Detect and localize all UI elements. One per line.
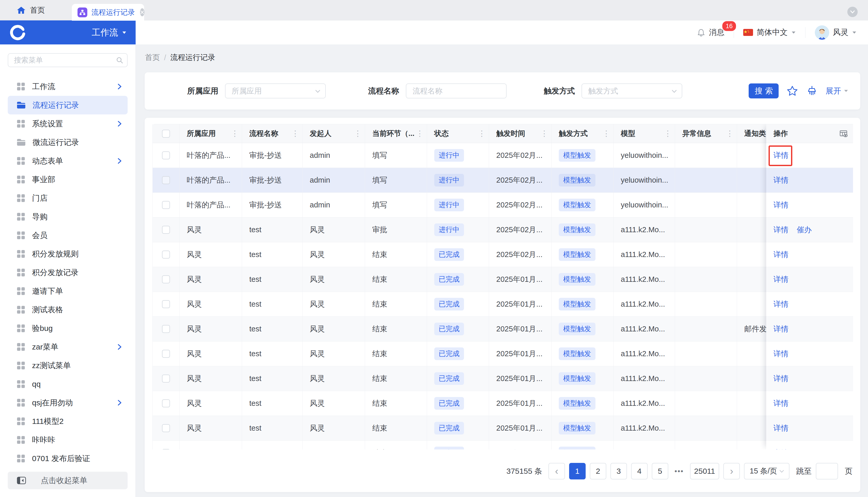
search-button[interactable]: 搜索 xyxy=(749,83,779,98)
column-menu-icon[interactable]: ⋮ xyxy=(540,130,548,138)
collapse-menu-button[interactable]: 点击收起菜单 xyxy=(8,472,128,489)
page-size-select[interactable]: 15 条/页 xyxy=(744,463,789,480)
sidebar-item[interactable]: 会员 xyxy=(8,226,128,245)
sidebar-item[interactable]: 邀请下单 xyxy=(8,282,128,300)
column-menu-icon[interactable]: ⋮ xyxy=(602,130,610,138)
sidebar-item[interactable]: 导购 xyxy=(8,208,128,226)
row-checkbox[interactable] xyxy=(162,151,170,159)
page-button-1[interactable]: 1 xyxy=(569,463,586,480)
sidebar-item[interactable]: 微流运行记录 xyxy=(8,133,128,152)
select-all-checkbox[interactable] xyxy=(162,130,170,138)
sidebar-item[interactable]: qsj在用勿动 xyxy=(8,394,128,412)
app-select-input[interactable] xyxy=(225,83,326,98)
collapse-panel-icon xyxy=(16,476,26,485)
sidebar-item[interactable]: zz测试菜单 xyxy=(8,356,128,375)
sidebar-item[interactable]: qq xyxy=(8,375,128,394)
column-menu-icon[interactable]: ⋮ xyxy=(416,130,424,138)
sidebar-item[interactable]: 动态表单 xyxy=(8,152,128,170)
detail-link[interactable]: 详情 xyxy=(773,398,788,409)
cell-error xyxy=(675,143,737,168)
trigger-select-input[interactable] xyxy=(582,83,682,98)
tab-process-run-records[interactable]: 流程运行记录 xyxy=(72,4,144,21)
sidebar-item[interactable]: 111模型2 xyxy=(8,412,128,431)
language-selector[interactable]: 简体中文 xyxy=(743,27,796,38)
detail-link[interactable]: 详情 xyxy=(773,200,788,210)
row-checkbox[interactable] xyxy=(162,399,170,407)
column-menu-icon[interactable]: ⋮ xyxy=(291,130,299,138)
process-name-field[interactable] xyxy=(406,83,507,98)
more-pages-ellipsis[interactable]: ••• xyxy=(672,467,686,475)
column-header: 状态⋮ xyxy=(427,124,489,143)
detail-link[interactable]: 详情 xyxy=(773,423,788,434)
next-page-button[interactable]: › xyxy=(723,463,740,480)
prev-page-button[interactable]: ‹ xyxy=(549,463,565,480)
sidebar-item[interactable]: 积分发放规则 xyxy=(8,245,128,263)
row-checkbox[interactable] xyxy=(162,325,170,333)
detail-link[interactable]: 详情 xyxy=(773,274,788,285)
column-menu-icon[interactable]: ⋮ xyxy=(726,130,734,138)
column-menu-icon[interactable]: ⋮ xyxy=(664,130,672,138)
breadcrumb-home[interactable]: 首页 xyxy=(145,53,160,63)
sidebar-item[interactable]: 咔咔咔 xyxy=(8,431,128,449)
row-checkbox[interactable] xyxy=(162,275,170,283)
detail-link[interactable]: 详情 xyxy=(773,225,788,235)
sidebar-item[interactable]: zar菜单 xyxy=(8,338,128,356)
urge-link[interactable]: 催办 xyxy=(797,225,812,235)
tab-home[interactable]: 首页 xyxy=(16,0,45,20)
cell-text: 填写 xyxy=(372,175,387,185)
app-select[interactable] xyxy=(225,83,326,98)
jump-page-input[interactable] xyxy=(816,463,838,480)
detail-link[interactable]: 详情 xyxy=(773,349,788,359)
sidebar-item[interactable]: 积分发放记录 xyxy=(8,263,128,282)
row-checkbox[interactable] xyxy=(162,176,170,184)
sidebar-item[interactable]: 门店 xyxy=(8,189,128,208)
detail-link[interactable]: 详情 xyxy=(773,250,788,260)
menu-search-input[interactable] xyxy=(8,53,128,67)
user-menu[interactable]: 风灵 xyxy=(815,25,857,40)
tab-close-icon[interactable] xyxy=(140,8,144,16)
page-button-5[interactable]: 5 xyxy=(652,463,668,480)
row-checkbox[interactable] xyxy=(162,201,170,209)
page-button-3[interactable]: 3 xyxy=(610,463,627,480)
clear-brush-icon[interactable] xyxy=(806,85,818,97)
detail-link[interactable]: 详情 xyxy=(773,373,788,384)
collapse-toolbar-icon[interactable] xyxy=(847,7,858,17)
page-button-last[interactable]: 25011 xyxy=(690,463,719,480)
cell-model: a111.k2.Mo... xyxy=(614,242,675,267)
sidebar-item[interactable]: 0701 发布后验证 xyxy=(8,449,128,468)
trigger-select[interactable] xyxy=(582,83,682,98)
cell-text: test xyxy=(249,250,261,259)
sidebar-item[interactable]: 事业部 xyxy=(8,170,128,189)
detail-link[interactable]: 详情 xyxy=(773,448,788,450)
row-checkbox[interactable] xyxy=(162,374,170,383)
row-checkbox[interactable] xyxy=(162,300,170,308)
row-checkbox[interactable] xyxy=(162,424,170,432)
expand-filters-button[interactable]: 展开 xyxy=(826,86,848,96)
column-menu-icon[interactable]: ⋮ xyxy=(478,130,486,138)
column-settings-icon[interactable] xyxy=(839,129,848,138)
detail-link[interactable]: 详情 xyxy=(773,324,788,334)
detail-link[interactable]: 详情 xyxy=(773,150,788,161)
sidebar-item[interactable]: 测试表格 xyxy=(8,300,128,319)
cell-initiator: 风灵 xyxy=(302,292,365,316)
trigger-badge: 模型触发 xyxy=(559,397,596,410)
column-menu-icon[interactable]: ⋮ xyxy=(231,130,239,138)
row-checkbox[interactable] xyxy=(162,350,170,358)
cell-time: 2025年01月... xyxy=(489,267,552,292)
detail-link[interactable]: 详情 xyxy=(773,175,788,185)
page-button-2[interactable]: 2 xyxy=(590,463,606,480)
sidebar-item[interactable]: 系统设置 xyxy=(8,114,128,133)
favorite-star-icon[interactable] xyxy=(786,85,798,97)
process-name-input[interactable] xyxy=(406,83,507,98)
sidebar-item[interactable]: 工作流 xyxy=(8,77,128,96)
sidebar-item[interactable]: 验bug xyxy=(8,319,128,338)
page-button-4[interactable]: 4 xyxy=(631,463,648,480)
column-menu-icon[interactable]: ⋮ xyxy=(354,130,362,138)
messages-button[interactable]: 消息 16 xyxy=(696,27,724,38)
app-switcher[interactable]: 工作流 xyxy=(92,27,127,39)
row-checkbox[interactable] xyxy=(162,251,170,259)
detail-link[interactable]: 详情 xyxy=(773,299,788,310)
row-checkbox[interactable] xyxy=(162,449,170,450)
row-checkbox[interactable] xyxy=(162,226,170,234)
sidebar-item[interactable]: 流程运行记录 xyxy=(8,96,128,114)
